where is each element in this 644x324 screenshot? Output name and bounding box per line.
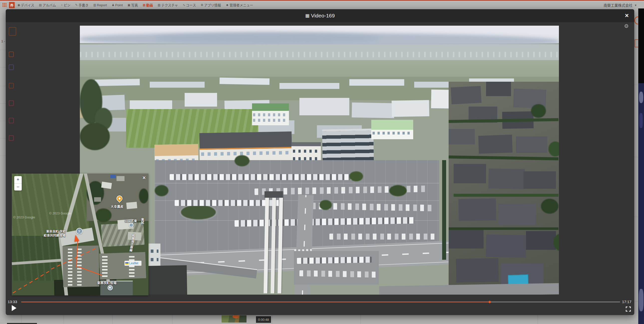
farm-label: 大幸農産 bbox=[110, 204, 124, 209]
film-icon: ▦ bbox=[305, 13, 310, 18]
trees bbox=[548, 142, 559, 157]
nav-item-label: コース bbox=[186, 2, 196, 7]
seek-bar[interactable] bbox=[21, 302, 620, 302]
account-menu[interactable]: 南榮工業株式会社 ▼ bbox=[604, 2, 637, 8]
trees bbox=[234, 155, 250, 166]
house-roof bbox=[456, 258, 499, 283]
main-nav: ◉デバイス▤アルバム♀ピン✎手書き▥Report♟Point▣写真▦動画▨テクス… bbox=[18, 2, 253, 7]
nav-item-admin-menu[interactable]: ☻管理者メニュー bbox=[226, 2, 253, 7]
parked-cars-row bbox=[329, 234, 437, 240]
mint-roof-building bbox=[371, 120, 413, 139]
greenhouse bbox=[352, 103, 394, 118]
play-button[interactable] bbox=[12, 305, 16, 311]
top-nav-bar: 件 ◉デバイス▤アルバム♀ピン✎手書き▥Report♟Point▣写真▦動画▨テ… bbox=[0, 1, 644, 9]
apartment-building bbox=[252, 103, 289, 125]
road bbox=[379, 283, 559, 295]
nav-item-label: 管理者メニュー bbox=[230, 2, 253, 7]
nav-item-label: アプリ情報 bbox=[204, 2, 221, 7]
trees bbox=[320, 200, 332, 210]
seek-handle[interactable] bbox=[488, 301, 491, 303]
scene-shape bbox=[639, 289, 644, 311]
nav-item-label: ピン bbox=[64, 2, 70, 7]
zoom-in-button[interactable]: + bbox=[14, 176, 22, 183]
house-roof bbox=[478, 135, 512, 154]
trees bbox=[531, 104, 546, 118]
bleed-item-icon bbox=[9, 27, 16, 36]
zoom-out-button[interactable]: − bbox=[14, 183, 22, 191]
house-roof bbox=[498, 204, 536, 225]
house-roof bbox=[449, 129, 475, 145]
hedge bbox=[454, 194, 558, 197]
nav-item-point[interactable]: ♟Point bbox=[112, 3, 123, 7]
kumon-label: 公文式東 bbox=[124, 218, 137, 223]
gear-icon[interactable]: ⚙ bbox=[624, 23, 629, 29]
bg-orange-box-sliver bbox=[634, 39, 638, 47]
trees bbox=[80, 123, 110, 150]
school-map-marker[interactable]: 文 bbox=[76, 228, 82, 234]
nav-item-label: アルバム bbox=[42, 2, 56, 7]
close-icon[interactable]: × bbox=[623, 12, 630, 19]
modal-title: Video-169 bbox=[311, 13, 334, 19]
nav-item-label: 写真 bbox=[131, 2, 138, 7]
greenhouse bbox=[280, 83, 339, 89]
bg-right-strip bbox=[634, 8, 638, 315]
nav-item-device[interactable]: ◉デバイス bbox=[18, 2, 34, 7]
video-icon: ▦ bbox=[143, 3, 146, 7]
photo-icon: ▣ bbox=[128, 3, 130, 7]
greenhouse bbox=[185, 93, 217, 107]
total-time-label: 17:17 bbox=[622, 300, 632, 304]
pin-icon: ♀ bbox=[61, 3, 63, 7]
nav-item-report[interactable]: ▥Report bbox=[93, 3, 107, 7]
parked-cars-row bbox=[170, 174, 359, 180]
video-frame[interactable] bbox=[80, 26, 559, 295]
hedge bbox=[449, 156, 558, 161]
nav-item-photo[interactable]: ▣写真 bbox=[128, 2, 138, 7]
map-attribution-leaflet[interactable]: Leaflet bbox=[124, 261, 142, 266]
house-roof bbox=[488, 168, 525, 189]
fullscreen-button[interactable] bbox=[625, 306, 631, 313]
greenhouse bbox=[349, 79, 404, 86]
house-roof bbox=[516, 137, 547, 153]
bleed-item-icon bbox=[9, 135, 14, 141]
parked-cars-row bbox=[175, 200, 280, 206]
course-icon: ∿ bbox=[183, 3, 185, 7]
trees bbox=[349, 171, 363, 181]
minimap-close-icon[interactable]: × bbox=[142, 174, 146, 181]
hedge bbox=[442, 160, 446, 260]
seek-bar-fill bbox=[21, 302, 490, 302]
house-roof bbox=[454, 164, 486, 183]
house-roof bbox=[526, 231, 556, 250]
map-parked-cars bbox=[68, 248, 72, 286]
east-label: 東試 bbox=[140, 218, 144, 224]
kumon-pin-icon[interactable] bbox=[129, 223, 134, 227]
nav-item-course[interactable]: ∿コース bbox=[183, 2, 196, 7]
townhall-pin-icon[interactable] bbox=[108, 285, 113, 290]
office-building bbox=[322, 129, 374, 162]
bg-video-thumbnail[interactable] bbox=[222, 315, 246, 323]
house-roof bbox=[486, 82, 511, 96]
roundabout-trees bbox=[180, 204, 217, 221]
greenhouse bbox=[300, 98, 349, 115]
minimap[interactable]: 文 東串良町 学校 給食共同調理場 大幸農産 公文式東 東串良町役場 柏原池之原… bbox=[12, 173, 148, 295]
house-roof bbox=[451, 86, 481, 104]
admin-menu-icon: ☻ bbox=[226, 3, 229, 7]
greenhouse bbox=[95, 79, 140, 86]
bleed-item-icon bbox=[9, 83, 14, 88]
nav-item-app-info[interactable]: ⚙アプリ情報 bbox=[200, 2, 221, 7]
house-roof bbox=[458, 198, 496, 221]
nav-item-video[interactable]: ▦動画 bbox=[143, 2, 153, 7]
bg-dark-edge-top bbox=[638, 8, 644, 83]
map-parked-cars bbox=[129, 256, 134, 277]
nav-item-texture[interactable]: ▨テクスチャ bbox=[158, 2, 178, 7]
scene-shape bbox=[639, 113, 643, 128]
hedge bbox=[449, 227, 558, 230]
greenhouse bbox=[150, 82, 204, 88]
bleed-item-icon bbox=[9, 64, 14, 70]
monument-pillars bbox=[264, 191, 287, 295]
nav-item-handwriting[interactable]: ✎手書き bbox=[75, 2, 88, 7]
nav-item-album[interactable]: ▤アルバム bbox=[39, 2, 56, 7]
nav-item-pin[interactable]: ♀ピン bbox=[61, 2, 70, 7]
flag-icon bbox=[125, 262, 128, 265]
app-grid-icon[interactable] bbox=[2, 3, 7, 7]
app-logo[interactable]: 件 bbox=[9, 2, 15, 8]
